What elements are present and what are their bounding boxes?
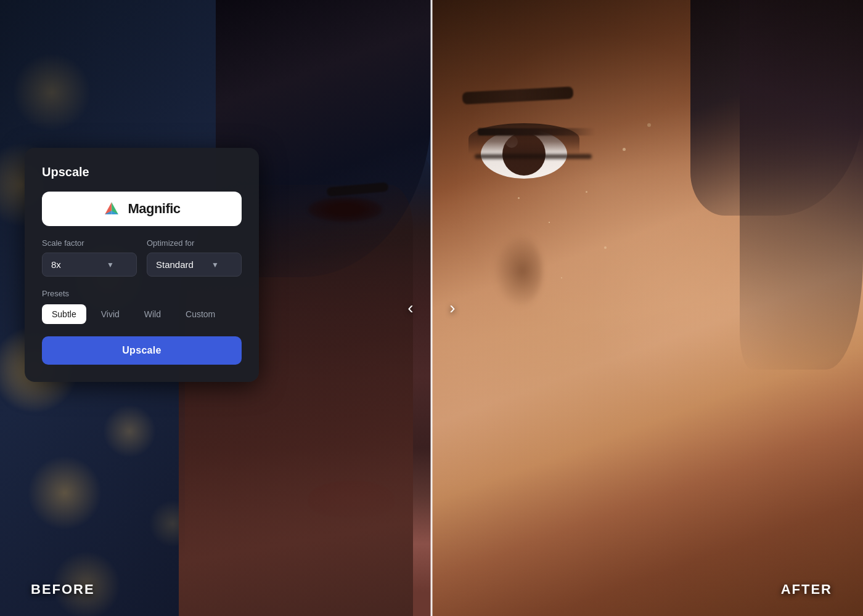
- after-label: AFTER: [781, 582, 832, 598]
- preset-custom-button[interactable]: Custom: [176, 304, 225, 324]
- optimized-for-arrow-icon: ▼: [211, 261, 219, 269]
- scale-factor-arrow-icon: ▼: [107, 261, 114, 269]
- optimized-for-group: Optimized for Standard ▼: [147, 238, 242, 277]
- face-overlay: [432, 0, 863, 616]
- optimized-for-label: Optimized for: [147, 238, 242, 248]
- preset-vivid-button[interactable]: Vivid: [91, 304, 129, 324]
- optimized-for-value: Standard: [156, 259, 194, 270]
- control-panel: Upscale Magnific Scale factor 8x: [25, 148, 259, 382]
- magnific-logo-icon: [103, 200, 120, 217]
- optimized-for-select[interactable]: Standard ▼: [147, 253, 242, 277]
- presets-label: Presets: [42, 289, 242, 298]
- scale-factor-value: 8x: [51, 259, 61, 270]
- magnific-button[interactable]: Magnific: [42, 192, 242, 226]
- upscale-button[interactable]: Upscale: [42, 336, 242, 365]
- arrow-left-button[interactable]: ‹: [397, 294, 424, 322]
- before-label: BEFORE: [31, 582, 95, 598]
- panel-title: Upscale: [42, 165, 242, 179]
- controls-row: Scale factor 8x ▼ Optimized for Standard…: [42, 238, 242, 277]
- image-compare-container: ‹ › BEFORE AFTER Upscale Magnific: [0, 0, 863, 616]
- before-eye: [308, 197, 382, 222]
- arrow-right-button[interactable]: ›: [439, 294, 466, 322]
- scale-factor-group: Scale factor 8x ▼: [42, 238, 137, 277]
- after-image: [432, 0, 863, 616]
- preset-subtle-button[interactable]: Subtle: [42, 304, 86, 324]
- compare-arrows: ‹ ›: [397, 294, 466, 322]
- preset-wild-button[interactable]: Wild: [134, 304, 171, 324]
- magnific-text: Magnific: [128, 201, 180, 217]
- presets-row: Subtle Vivid Wild Custom: [42, 304, 242, 324]
- scale-factor-select[interactable]: 8x ▼: [42, 253, 137, 277]
- scale-factor-label: Scale factor: [42, 238, 137, 248]
